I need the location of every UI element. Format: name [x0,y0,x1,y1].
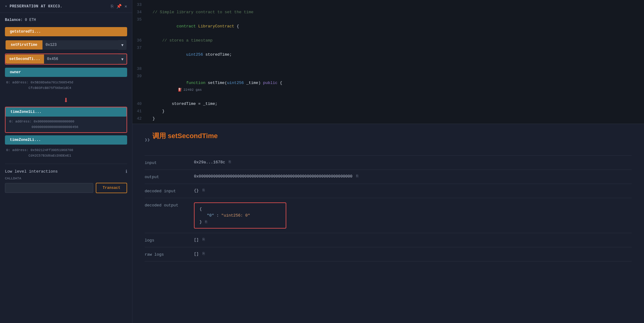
chevron-down-icon[interactable]: ▾ [5,4,7,9]
line-number: 33 [132,2,148,8]
panel-header: ▾ PRESERVATION AT 0XCC3. ⎘ 📌 ✕ [0,0,132,13]
tx-label-logs: logs [145,237,188,243]
line-number: 40 [132,101,148,107]
timezone1-button[interactable]: timeZone1Li... [6,107,127,117]
decoded-colon: : [216,213,221,218]
code-line-38: 38 [132,65,644,73]
input-value: 0x29a...1678c [194,160,225,165]
copy-icon[interactable]: ⎘ [111,4,113,9]
raw-logs-value: [] [194,252,199,256]
code-line-40: 40 storedTime = _time; [132,100,644,108]
line-number: 39 [132,73,148,80]
copy-raw-logs-icon[interactable]: ⎘ [203,252,205,256]
tx-label-raw-logs: raw logs [145,252,188,257]
tx-value-input: 0x29a...1678c ⎘ [194,160,632,165]
decoded-close-brace: } [199,220,202,224]
line-number: 35 [132,16,148,23]
code-editor: 33 34 // Simple library contract to set … [132,0,644,124]
line-number: 37 [132,45,148,51]
set-first-time-input[interactable] [42,40,118,50]
decoded-input-value: {} [194,188,199,193]
transaction-section: ❯❯ 调用 setSecondTime input 0x29a...1678c … [132,124,644,323]
tx-value-decoded-output: { "0" : "uint256: 0" } ⎘ [194,202,632,229]
code-line-39: 39 function setTime(uint256 _time) publi… [132,73,644,100]
code-line-34: 34 // Simple library contract to set the… [132,9,644,16]
owner-button[interactable]: owner [5,68,127,77]
tx-row-decoded-output: decoded output { "0" : "uint256: 0" } ⎘ [145,198,632,233]
code-line-36: 36 // stores a timestamp [132,37,644,44]
transact-row: Transact [5,183,127,193]
close-icon[interactable]: ✕ [125,4,127,9]
gas-badge: ⛽ 22492 gas [178,86,202,93]
tx-label-input: input [145,160,188,165]
code-line-42: 42 } [132,115,644,122]
code-line-33: 33 [132,1,644,9]
line-number: 34 [132,9,148,16]
tx-row-raw-logs: raw logs [] ⎘ [145,247,632,261]
transact-button[interactable]: Transact [96,183,127,193]
tx-label-decoded-input: decoded input [145,188,188,193]
info-icon[interactable]: ℹ [126,169,127,174]
code-line-35: 35 contract LibraryContract { [132,16,644,37]
set-first-time-dropdown[interactable]: ▾ [118,40,127,50]
copy-decoded-input-icon[interactable]: ⎘ [203,188,205,193]
decoded-value: "uint256: 0" [221,213,250,218]
timezone1-address: 0: address: 0x000000000000000000 0000000… [6,117,127,132]
set-first-time-row: setFirstTime ▾ [5,39,127,50]
tx-row-output: output 0x0000000000000000000000000000000… [145,170,632,184]
tx-value-raw-logs: [] ⎘ [194,252,632,256]
code-line-41: 41 } [132,108,644,115]
decoded-output-block: { "0" : "uint256: 0" } ⎘ [194,202,286,229]
arrow-indicator: ⬇ [5,95,127,106]
collapse-icon[interactable]: ❯❯ [145,137,150,142]
get-stored-time-button[interactable]: getstoredTi... [5,27,127,36]
set-first-time-button[interactable]: setFirstTime [6,40,42,50]
copy-input-icon[interactable]: ⎘ [229,160,231,164]
calldata-label: CALLDATA [5,177,127,180]
balance-value: 0 ETH [25,18,36,22]
decoded-entry: "0" : "uint256: 0" [199,211,281,220]
timezone2-button[interactable]: timeZone2Li... [5,135,127,145]
tx-value-logs: [] ⎘ [194,237,632,242]
copy-output-icon[interactable]: ⎘ [356,174,358,178]
decoded-close-row: } ⎘ [199,220,281,224]
line-number: 42 [132,115,148,122]
right-panel: 33 34 // Simple library contract to set … [132,0,644,323]
low-level-title: Low level interactions [5,169,58,174]
balance-label: Balance: [5,18,23,22]
set-second-time-input[interactable] [44,54,118,64]
code-lines: 33 34 // Simple library contract to set … [132,0,644,124]
set-second-time-row: setSecondTi... ▾ [5,54,127,65]
tx-row-logs: logs [] ⎘ [145,233,632,247]
transaction-rows: input 0x29a...1678c ⎘ output 0x000000000… [145,155,632,261]
header-icons: ⎘ 📌 ✕ [111,4,127,9]
tx-label-output: output [145,174,188,179]
low-level-header: Low level interactions ℹ [5,169,127,174]
pin-icon[interactable]: 📌 [116,4,122,9]
balance-row: Balance: 0 ETH [5,18,127,22]
line-number: 36 [132,37,148,44]
tx-label-decoded-output: decoded output [145,202,188,208]
calldata-input[interactable] [5,183,93,193]
tx-row-input: input 0x29a...1678c ⎘ [145,156,632,170]
logs-value: [] [194,237,199,242]
timezone1-section: timeZone1Li... 0: address: 0x00000000000… [5,107,127,133]
tx-value-output: 0x00000000000000000000000000000000000000… [194,174,632,179]
copy-decoded-output-icon[interactable]: ⎘ [205,220,207,224]
owner-address: 0: address: 0x5B38Da6a701c568545d CfcB03… [5,80,127,91]
line-number: 41 [132,108,148,115]
timezone2-address: 0: address: 0x502124Ff39D51968708 Cd42C5… [5,148,127,158]
panel-title: PRESERVATION AT 0XCC3. [10,4,108,9]
set-second-time-button[interactable]: setSecondTi... [6,54,44,64]
line-number: 38 [132,66,148,72]
output-value: 0x00000000000000000000000000000000000000… [194,174,352,179]
transaction-title: 调用 setSecondTime [152,131,218,141]
set-second-time-dropdown[interactable]: ▾ [118,54,127,64]
gas-value: 22492 gas [183,86,202,93]
gas-icon: ⛽ [178,86,182,93]
panel-content: Balance: 0 ETH getstoredTi... setFirstTi… [0,13,132,323]
tx-row-decoded-input: decoded input {} ⎘ [145,184,632,198]
copy-logs-icon[interactable]: ⎘ [203,237,205,242]
decoded-open-brace: { [199,207,281,211]
decoded-key: "0" [207,213,214,218]
